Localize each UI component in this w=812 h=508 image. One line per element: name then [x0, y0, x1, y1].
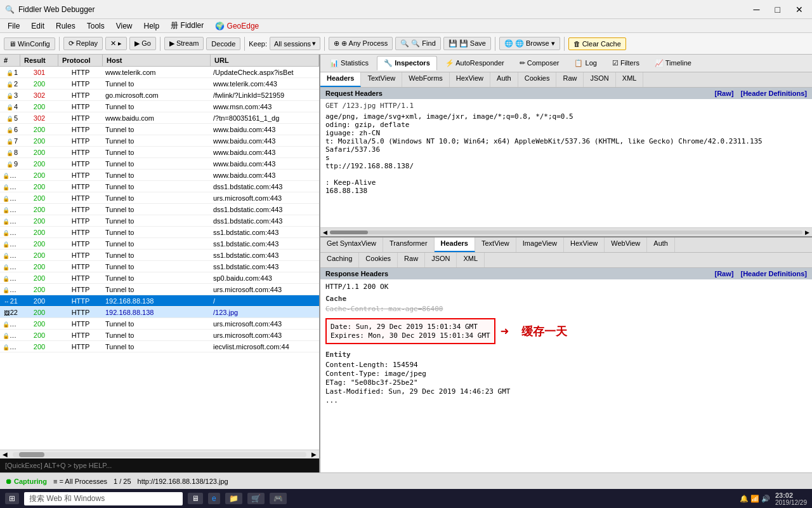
stream-button[interactable]: ▶ Stream: [164, 37, 204, 50]
resp-tab-imageview[interactable]: ImageView: [516, 237, 564, 252]
menu-file[interactable]: File: [3, 20, 25, 32]
save-button[interactable]: 💾 💾 Save: [443, 37, 491, 50]
taskbar-store[interactable]: 🛒: [247, 493, 265, 504]
scrollbar-thumb[interactable]: [19, 452, 44, 457]
col-header-host[interactable]: Host: [103, 55, 211, 66]
browse-button[interactable]: 🌐 🌐 Browse ▾: [499, 37, 560, 50]
table-row[interactable]: 🔒11200HTTPTunnel todss1.bdstatic.com:443: [0, 181, 319, 192]
request-headerdefs-link[interactable]: [Header Definitions]: [740, 90, 807, 97]
actions-button[interactable]: ✕ ▸: [105, 37, 127, 50]
table-row[interactable]: 🔒7200HTTPTunnel towww.baidu.com:443: [0, 135, 319, 147]
table-row[interactable]: 🔒14200HTTPTunnel todss1.bdstatic.com:443: [0, 215, 319, 227]
replay-button[interactable]: ⟳ Replay: [63, 37, 103, 50]
taskbar-search-box[interactable]: 搜索 Web 和 Windows: [24, 492, 183, 505]
winconfig-button[interactable]: 🖥 WinConfig: [4, 37, 55, 50]
table-row[interactable]: 🔒3302HTTPgo.microsoft.com/fwlink/?LinkId…: [0, 90, 319, 101]
menu-tools[interactable]: Tools: [82, 20, 110, 32]
find-button[interactable]: 🔍 🔍 Find: [395, 37, 440, 50]
col-header-result[interactable]: Result: [20, 55, 58, 66]
table-row[interactable]: 🔒4200HTTPTunnel towww.msn.com:443: [0, 101, 319, 112]
tab-composer[interactable]: ✏ Composer: [513, 56, 566, 70]
any-process-button[interactable]: ⊕ ⊕ Any Process: [329, 37, 393, 50]
table-row[interactable]: 🔒2200HTTPTunnel towww.telerik.com:443: [0, 78, 319, 90]
request-raw-link[interactable]: [Raw]: [714, 90, 733, 97]
table-row[interactable]: 🔒12200HTTPTunnel tours.microsoft.com:443: [0, 192, 319, 204]
table-row[interactable]: 🔒9200HTTPTunnel towww.baidu.com:443: [0, 158, 319, 170]
clear-cache-button[interactable]: 🗑 Clear Cache: [568, 37, 626, 50]
taskbar-explorer[interactable]: 📁: [225, 493, 242, 504]
table-row[interactable]: 🔒18200HTTPTunnel toss1.bdstatic.com:443: [0, 261, 319, 272]
hscroll-track[interactable]: [330, 231, 802, 234]
menu-geoedge[interactable]: 🌍 GeoEdge: [210, 20, 264, 32]
table-row[interactable]: 🔒5302HTTPwww.baidu.com/?tn=80035161_1_dg: [0, 112, 319, 124]
start-button[interactable]: ⊞: [5, 493, 19, 504]
taskbar-cortana[interactable]: 🖥: [188, 493, 203, 504]
tab-autoresponder[interactable]: ⚡ AutoResponder: [438, 56, 511, 70]
menu-fiddler[interactable]: 册 Fiddler: [166, 19, 209, 32]
table-row[interactable]: 🔒13200HTTPTunnel todss1.bdstatic.com:443: [0, 204, 319, 215]
resp-tab-caching[interactable]: Caching: [320, 253, 359, 267]
decode-button[interactable]: Decode: [206, 37, 240, 50]
tab-statistics[interactable]: 📊 Statistics: [323, 56, 376, 70]
table-row[interactable]: 🔒10200HTTPTunnel towww.baidu.com:443: [0, 170, 319, 181]
table-row[interactable]: 🔒24200HTTPTunnel tours.microsoft.com:443: [0, 330, 319, 341]
request-hscrollbar[interactable]: ◀ ▶: [320, 227, 812, 236]
menu-help[interactable]: Help: [139, 20, 165, 32]
col-header-protocol[interactable]: Protocol: [58, 55, 103, 66]
req-tab-cookies[interactable]: Cookies: [518, 72, 557, 87]
taskbar-game[interactable]: 🎮: [270, 493, 287, 504]
menu-view[interactable]: View: [111, 20, 138, 32]
tab-timeline[interactable]: 📈 Timeline: [648, 56, 698, 70]
table-row[interactable]: 🔒1301HTTPwww.telerik.com/UpdateCheck.asp…: [0, 67, 319, 78]
keep-sessions-dropdown[interactable]: All sessions ▾: [270, 37, 320, 50]
table-row[interactable]: 🔒19200HTTPTunnel tosp0.baidu.com:443: [0, 272, 319, 284]
scrollbar-track[interactable]: [13, 452, 306, 457]
resp-tab-transformer[interactable]: Transformer: [383, 237, 435, 252]
hscroll-thumb[interactable]: [330, 231, 368, 234]
tab-filters[interactable]: ☑ Filters: [605, 56, 646, 70]
tab-inspectors[interactable]: 🔧 Inspectors: [377, 56, 437, 70]
req-tab-json[interactable]: JSON: [584, 72, 615, 87]
horizontal-scrollbar[interactable]: ◀ ▶: [0, 450, 319, 458]
table-row[interactable]: 🔒20200HTTPTunnel tours.microsoft.com:443: [0, 284, 319, 295]
resp-tab-webview[interactable]: WebView: [605, 237, 647, 252]
req-tab-xml[interactable]: XML: [616, 72, 644, 87]
resp-tab-cookies[interactable]: Cookies: [359, 253, 398, 267]
scroll-left-arrow[interactable]: ◀: [0, 451, 10, 458]
response-raw-link[interactable]: [Raw]: [714, 270, 733, 277]
response-headerdefs-link[interactable]: [Header Definitions]: [740, 270, 807, 277]
scroll-right-arrow[interactable]: ▶: [309, 451, 319, 458]
table-row[interactable]: 🔒15200HTTPTunnel toss1.bdstatic.com:443: [0, 227, 319, 238]
req-tab-raw[interactable]: Raw: [556, 72, 584, 87]
table-row[interactable]: 🔒17200HTTPTunnel toss1.bdstatic.com:443: [0, 250, 319, 261]
req-tab-auth[interactable]: Auth: [490, 72, 518, 87]
req-tab-headers[interactable]: Headers: [320, 72, 361, 87]
close-button[interactable]: ✕: [792, 3, 807, 16]
resp-tab-hexview[interactable]: HexView: [564, 237, 605, 252]
req-tab-webforms[interactable]: WebForms: [402, 72, 450, 87]
hscroll-left[interactable]: ◀: [320, 229, 330, 236]
minimize-button[interactable]: ─: [750, 3, 764, 16]
table-row[interactable]: 🔒8200HTTPTunnel towww.baidu.com:443: [0, 147, 319, 158]
resp-tab-headers[interactable]: Headers: [435, 237, 475, 252]
table-row[interactable]: 🔒23200HTTPTunnel tours.microsoft.com:443: [0, 318, 319, 330]
table-row[interactable]: 🔒6200HTTPTunnel towww.baidu.com:443: [0, 124, 319, 135]
hscroll-right[interactable]: ▶: [802, 229, 812, 236]
table-row[interactable]: 🖼22200HTTP192.168.88.138/123.jpg: [0, 307, 319, 318]
tab-log[interactable]: 📋 Log: [567, 56, 603, 70]
menu-edit[interactable]: Edit: [26, 20, 49, 32]
resp-tab-raw[interactable]: Raw: [398, 253, 425, 267]
req-tab-textview[interactable]: TextView: [361, 72, 402, 87]
resp-tab-json[interactable]: JSON: [425, 253, 457, 267]
req-tab-hexview[interactable]: HexView: [450, 72, 490, 87]
resp-tab-xml[interactable]: XML: [457, 253, 485, 267]
table-row[interactable]: 🔒16200HTTPTunnel toss1.bdstatic.com:443: [0, 238, 319, 250]
col-header-url[interactable]: URL: [211, 55, 319, 66]
menu-rules[interactable]: Rules: [51, 20, 81, 32]
taskbar-edge[interactable]: e: [208, 493, 220, 504]
resp-tab-textview[interactable]: TextView: [475, 237, 516, 252]
resp-tab-auth[interactable]: Auth: [647, 237, 675, 252]
go-button[interactable]: ▶ Go: [129, 37, 156, 50]
resp-tab-syntaxview[interactable]: Get SyntaxView: [320, 237, 383, 252]
table-row[interactable]: ↔21200HTTP192.168.88.138/: [0, 295, 319, 307]
